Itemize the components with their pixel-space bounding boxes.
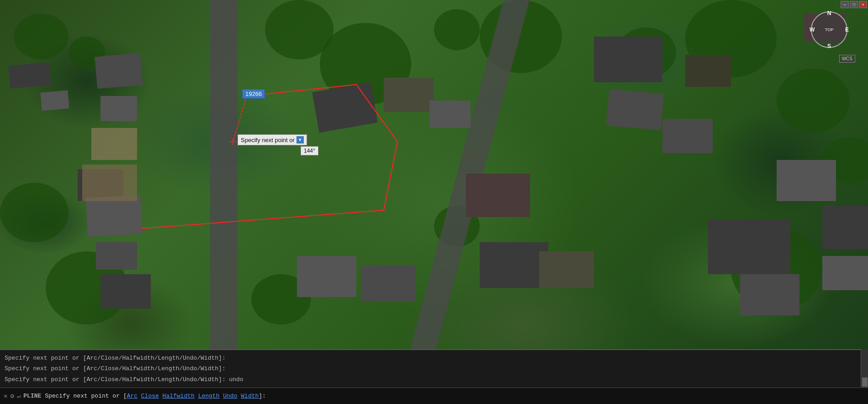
- building: [822, 256, 868, 290]
- settings-icon[interactable]: ⚙: [10, 392, 14, 400]
- arc-option: Arc: [127, 393, 138, 399]
- tree-cluster: [0, 183, 69, 242]
- command-area: Specify next point or [Arc/Close/Halfwid…: [0, 349, 868, 404]
- building: [594, 37, 662, 82]
- compass-rose: N S E W TOP: [809, 9, 850, 50]
- building: [95, 53, 143, 89]
- clear-icon[interactable]: ✕: [4, 392, 7, 400]
- prompt-arrow-icon: ↵: [17, 392, 21, 400]
- compass-center-label: TOP: [825, 27, 833, 32]
- building: [708, 219, 790, 274]
- command-scrollbar[interactable]: [861, 349, 868, 388]
- input-prompt-text: Specify next point or [: [45, 393, 127, 399]
- angle-indicator: 144°: [301, 146, 318, 155]
- wcs-button[interactable]: WCS: [839, 55, 855, 63]
- building: [96, 242, 137, 270]
- building: [86, 195, 143, 237]
- building: [297, 256, 356, 297]
- history-line-1: Specify next point or [Arc/Close/Halfwid…: [5, 353, 863, 363]
- tree-cluster: [14, 14, 69, 59]
- building: [384, 78, 434, 112]
- building: [40, 90, 69, 111]
- building: [822, 206, 868, 249]
- building: [777, 160, 836, 201]
- building: [685, 55, 731, 87]
- close-option: Close: [141, 393, 159, 399]
- command-input-text[interactable]: PLINE Specify next point or [Arc Close H…: [23, 393, 864, 399]
- input-suffix: ]:: [259, 393, 266, 399]
- close-button[interactable]: ✕: [859, 1, 867, 8]
- separator3: [195, 393, 198, 399]
- separator2: [159, 393, 163, 399]
- command-history: Specify next point or [Arc/Close/Halfwid…: [0, 350, 868, 388]
- road-vertical: [210, 0, 238, 404]
- building: [8, 62, 51, 89]
- command-input-row[interactable]: ✕ ⚙ ↵ PLINE Specify next point or [Arc C…: [0, 388, 868, 404]
- building: [662, 119, 713, 153]
- pline-label: PLINE: [23, 393, 45, 399]
- separator1: [138, 393, 141, 399]
- history-line-3: Specify next point or [Arc/Close/Halfwid…: [5, 374, 863, 385]
- compass-south-label: S: [827, 43, 831, 49]
- building: [606, 89, 664, 130]
- width-option: Width: [241, 393, 259, 399]
- tooltip-text: Specify next point or: [241, 137, 295, 144]
- undo-option: Undo: [223, 393, 237, 399]
- main-viewport: 19266 Specify next point or ▼ 144° N S E…: [0, 0, 868, 404]
- building: [466, 174, 530, 217]
- building: [101, 96, 137, 121]
- command-tooltip: Specify next point or ▼: [238, 134, 307, 145]
- angle-value: 144°: [304, 148, 315, 154]
- compass-west-label: W: [810, 27, 815, 33]
- building: [480, 242, 548, 288]
- history-line-2: Specify next point or [Arc/Close/Halfwid…: [5, 363, 863, 374]
- halfwidth-option: Halfwidth: [163, 393, 195, 399]
- building: [740, 274, 799, 315]
- driveway: [91, 128, 137, 160]
- restore-button[interactable]: ❐: [850, 1, 858, 8]
- compass-north-label: N: [827, 10, 831, 16]
- building: [429, 101, 471, 128]
- distance-tooltip: 19266: [242, 89, 265, 99]
- driveway: [82, 165, 137, 201]
- scrollbar-thumb[interactable]: [862, 377, 868, 387]
- length-option: Length: [198, 393, 220, 399]
- building: [361, 265, 416, 302]
- window-controls: — ❐ ✕: [841, 1, 867, 8]
- tree-cluster: [777, 69, 850, 133]
- minimize-button[interactable]: —: [841, 1, 849, 8]
- dropdown-arrow-icon[interactable]: ▼: [296, 136, 304, 144]
- building: [539, 251, 594, 288]
- compass-east-label: E: [845, 27, 849, 33]
- building: [101, 274, 151, 308]
- tree-cluster: [434, 9, 480, 50]
- distance-value: 19266: [245, 90, 262, 97]
